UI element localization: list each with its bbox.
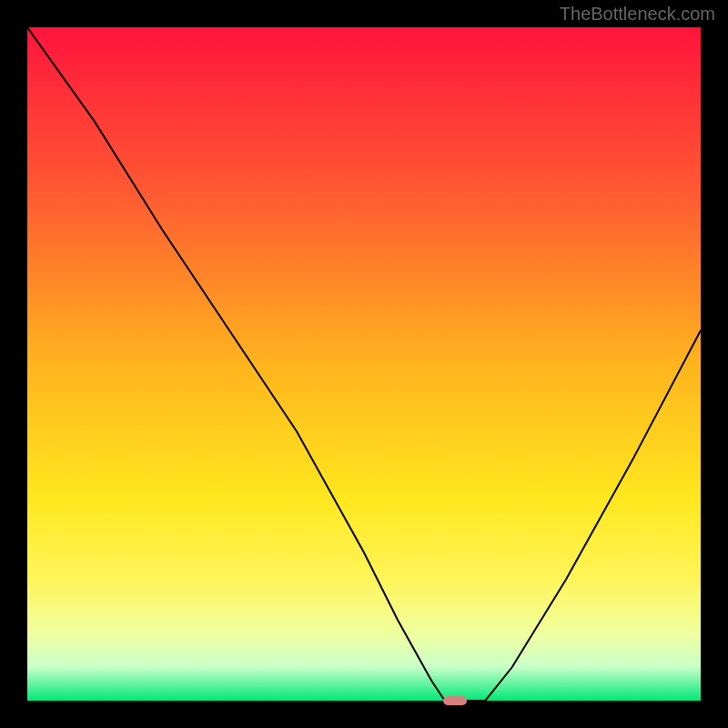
plot-area bbox=[27, 27, 701, 701]
chart-container: TheBottleneck.com bbox=[0, 0, 728, 728]
chart-curve bbox=[27, 27, 701, 701]
minimum-marker bbox=[443, 696, 467, 705]
watermark-text: TheBottleneck.com bbox=[560, 4, 715, 25]
